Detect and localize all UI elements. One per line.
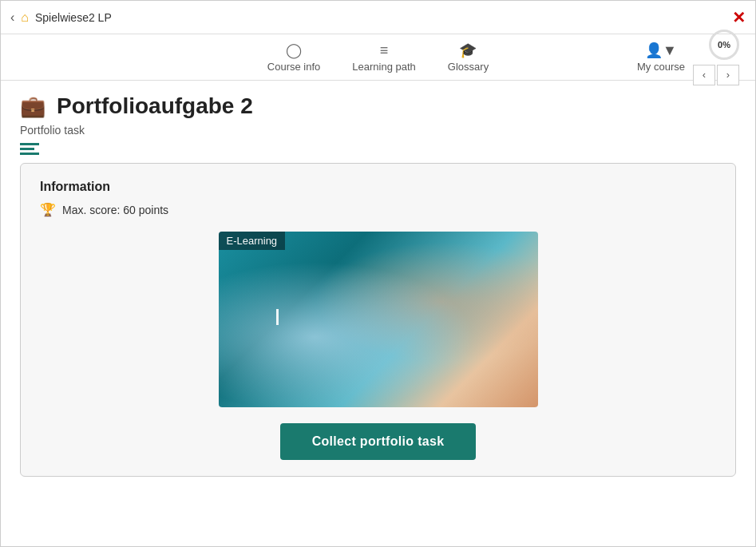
- course-info-label: Course info: [267, 61, 320, 73]
- menu-line-1: [20, 143, 39, 145]
- nav-learning-path[interactable]: ≡ Learning path: [352, 42, 416, 73]
- elearning-image-container: E-Learning: [219, 232, 538, 407]
- nav-prev-button[interactable]: ‹: [693, 65, 715, 85]
- trophy-icon: 🏆: [40, 202, 56, 217]
- nav-arrows: ‹ ›: [693, 65, 739, 85]
- my-course-label: My course: [637, 61, 685, 73]
- my-course-nav[interactable]: 👤▼ My course: [637, 42, 685, 73]
- progress-value: 0%: [718, 40, 730, 50]
- info-card: Information 🏆 Max. score: 60 points E-Le…: [20, 163, 736, 477]
- page-title-row: 💼 Portfolioaufgabe 2: [20, 93, 736, 119]
- card-section-title: Information: [40, 180, 716, 194]
- nav-glossary[interactable]: 🎓 Glossary: [448, 42, 489, 73]
- page-subtitle: Portfolio task: [20, 124, 736, 137]
- nav-right: 👤▼ My course 0% ‹ ›: [637, 30, 739, 85]
- image-overlay: [219, 232, 538, 407]
- collect-portfolio-button[interactable]: Collect portfolio task: [280, 423, 477, 460]
- home-icon[interactable]: ⌂: [21, 10, 29, 25]
- menu-lines-icon[interactable]: [20, 143, 39, 155]
- max-score-label: Max. score: 60 points: [62, 204, 168, 216]
- page-title: Portfolioaufgabe 2: [57, 93, 253, 119]
- page-content: 💼 Portfolioaufgabe 2 Portfolio task Info…: [1, 81, 755, 490]
- learning-path-icon: ≡: [380, 42, 389, 59]
- menu-line-2: [20, 148, 34, 150]
- glossary-icon: 🎓: [459, 42, 477, 59]
- nav-next-button[interactable]: ›: [717, 65, 739, 85]
- glossary-label: Glossary: [448, 61, 489, 73]
- max-score-row: 🏆 Max. score: 60 points: [40, 202, 716, 217]
- nav-bar: ◯ Course info ≡ Learning path 🎓 Glossary…: [1, 34, 755, 81]
- close-button[interactable]: ✕: [732, 10, 746, 26]
- progress-circle: 0%: [709, 30, 739, 60]
- image-label: E-Learning: [219, 232, 286, 250]
- menu-line-3: [20, 153, 39, 155]
- learning-path-label: Learning path: [352, 61, 416, 73]
- course-info-icon: ◯: [286, 42, 302, 59]
- progress-group: 0% ‹ ›: [693, 30, 739, 85]
- top-bar-left: ‹ ⌂ Spielwiese2 LP: [10, 10, 732, 25]
- portfolio-icon: 💼: [20, 94, 46, 119]
- top-bar-title: Spielwiese2 LP: [35, 11, 112, 24]
- my-course-icon: 👤▼: [645, 42, 677, 59]
- elearning-image: [219, 232, 538, 407]
- text-cursor-decoration: [276, 309, 279, 325]
- nav-course-info[interactable]: ◯ Course info: [267, 42, 320, 73]
- back-arrow-icon[interactable]: ‹: [10, 10, 14, 25]
- nav-items: ◯ Course info ≡ Learning path 🎓 Glossary: [267, 42, 489, 73]
